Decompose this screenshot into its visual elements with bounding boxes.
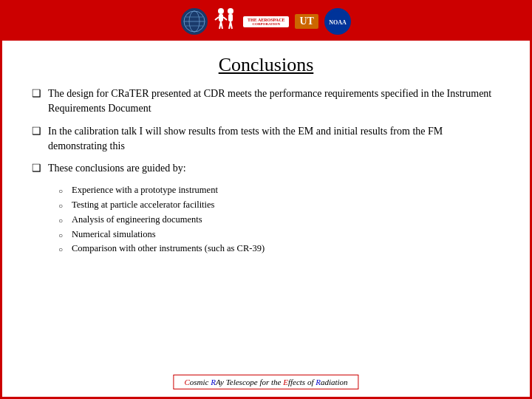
footer-label: Cosmic RAy Telescope for the Effects of … [173, 375, 358, 389]
sub-bullet-5: ○ Comparison with other instruments (suc… [58, 242, 500, 256]
svg-line-8 [221, 21, 222, 29]
slide-title: Conclusions [219, 54, 314, 76]
sub-bullet-icon-3: ○ [58, 215, 72, 226]
bullet-text-1: The design for CRa​TER presented at CDR … [48, 86, 500, 117]
svg-point-11 [228, 8, 233, 14]
globe-logo [181, 8, 208, 35]
logo-area: THE AEROSPACE CORPORATION UT NOAA [181, 7, 351, 37]
slide-container: THE AEROSPACE CORPORATION UT NOAA Conclu… [0, 0, 532, 399]
sub-bullet-icon-2: ○ [58, 200, 72, 211]
svg-line-10 [223, 17, 227, 20]
bullet-text-3: These conclusions are guided by: [48, 161, 500, 176]
main-bullet-2: ❑ In the calibration talk I will show re… [32, 124, 500, 154]
svg-text:NOAA: NOAA [329, 19, 347, 26]
footer-e: E [283, 378, 288, 386]
sub-bullet-icon-1: ○ [58, 185, 72, 197]
noaa-logo: NOAA [324, 8, 351, 35]
svg-rect-12 [228, 14, 233, 21]
footer-elescope: elescope for the [230, 378, 283, 386]
main-bullet-3: ❑ These conclusions are guided by: [32, 161, 500, 176]
sub-bullet-icon-5: ○ [58, 244, 72, 255]
sub-bullet-4: ○ Numerical simulations [58, 228, 500, 242]
sub-bullet-icon-4: ○ [58, 230, 72, 241]
sub-bullet-text-1: Experience with a prototype instrument [72, 183, 218, 197]
sub-bullet-text-5: Comparison with other instruments (such … [72, 242, 265, 256]
bullet-icon-1: ❑ [32, 86, 48, 101]
sub-bullet-text-4: Numerical simulations [72, 228, 156, 242]
ut-logo: UT [295, 14, 318, 29]
footer-adiation: adiation [321, 378, 348, 386]
svg-rect-6 [219, 14, 223, 21]
footer-osmic: osmic [190, 378, 211, 386]
sub-bullet-1: ○ Experience with a prototype instrument [58, 183, 500, 197]
header-bar: THE AEROSPACE CORPORATION UT NOAA [2, 2, 530, 41]
bullet-text-2: In the calibration talk I will show resu… [48, 124, 500, 154]
figure-logo [214, 7, 237, 37]
bullet-icon-3: ❑ [32, 161, 48, 176]
main-bullet-1: ❑ The design for CRa​TER presented at CD… [32, 86, 500, 117]
svg-point-5 [218, 8, 224, 14]
footer-rad-r: R [316, 378, 321, 386]
sub-bullets: ○ Experience with a prototype instrument… [58, 183, 500, 256]
sub-bullet-2: ○ Testing at particle accelerator facili… [58, 198, 500, 212]
svg-line-14 [231, 21, 232, 29]
sub-bullet-text-2: Testing at particle accelerator faciliti… [72, 198, 214, 212]
aerospace-logo: THE AEROSPACE CORPORATION [243, 16, 289, 27]
sub-bullet-text-3: Analysis of engineering documents [72, 213, 202, 227]
svg-line-9 [215, 17, 219, 20]
bullet-icon-2: ❑ [32, 124, 48, 139]
footer-r: R [211, 378, 216, 386]
content-area: ❑ The design for CRa​TER presented at CD… [2, 86, 530, 397]
footer-ffects: ffects of [288, 378, 316, 386]
sub-bullet-3: ○ Analysis of engineering documents [58, 213, 500, 227]
